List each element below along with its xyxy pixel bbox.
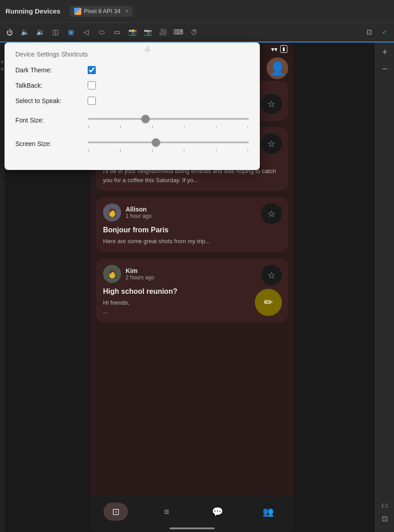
select-to-speak-checkbox[interactable] <box>88 97 96 105</box>
dark-theme-checkbox[interactable] <box>88 66 96 74</box>
tick <box>89 149 89 152</box>
font-size-slider[interactable] <box>88 118 249 120</box>
tick <box>216 149 216 152</box>
screenshot-icon[interactable]: 📸 <box>127 27 137 37</box>
sender-name-kim: Kim <box>126 267 281 274</box>
top-bar: Running Devices Pixel 8 API 34 × <box>0 0 394 23</box>
select-to-speak-row: Select to Speak: <box>15 97 249 105</box>
sender-name-allison: Allison <box>126 206 281 213</box>
zoom-ratio-label: 1:1 <box>381 503 388 508</box>
tick <box>248 149 248 152</box>
screen-record-icon[interactable]: ⊡ <box>364 27 374 37</box>
card-header-kim: 👩 Kim 2 hours ago ☆ <box>103 265 281 283</box>
screen-size-row: Screen Size: <box>15 136 249 152</box>
tick <box>184 126 184 128</box>
talkback-checkbox[interactable] <box>88 81 96 89</box>
user-avatar: 👤 <box>267 57 288 79</box>
tick <box>152 126 153 128</box>
body-allison: Here are some great shots from my trip..… <box>103 237 281 246</box>
home-icon[interactable]: ⬭ <box>97 27 107 37</box>
power-icon[interactable]: ⏻ <box>5 27 14 37</box>
left-strip <box>0 42 5 532</box>
send-time-kim: 2 hours ago <box>126 274 281 281</box>
recents-icon[interactable]: ▭ <box>112 27 122 37</box>
timer-icon[interactable]: ⏱ <box>189 27 199 37</box>
rotate-right-icon[interactable]: ▣ <box>66 27 76 37</box>
font-size-slider-container <box>88 112 249 128</box>
talkback-row: TalkBack: <box>15 81 249 89</box>
tick <box>89 126 89 128</box>
nav-messages[interactable]: ⊡ <box>103 503 128 521</box>
screen-size-slider-track <box>88 136 249 149</box>
toolbar: ⏻ 🔈 🔉 ◫ ▣ ◁ ⬭ ▭ 📸 📷 🎥 ⌨ ⏱ ⊡ ✓ <box>0 23 394 42</box>
tab-close-button[interactable]: × <box>125 8 129 14</box>
edit-fab-kim[interactable]: ✏ <box>255 289 282 316</box>
message-card-kim[interactable]: 👩 Kim 2 hours ago ☆ High school reunion?… <box>96 259 288 322</box>
talkback-label: TalkBack: <box>15 82 88 89</box>
tick <box>152 149 153 152</box>
back-icon[interactable]: ◁ <box>81 27 91 37</box>
tick <box>120 149 121 152</box>
select-to-speak-label: Select to Speak: <box>15 97 88 104</box>
subject-kim: High school reunion? <box>103 287 281 296</box>
volume-down-icon[interactable]: 🔈 <box>20 27 30 37</box>
camera-icon[interactable]: 📷 <box>143 27 153 37</box>
font-size-slider-track <box>88 112 249 126</box>
left-dot-1 <box>1 61 4 63</box>
send-time-allison: 1 hour ago <box>126 213 281 219</box>
minus-zoom-button[interactable]: − <box>382 64 388 74</box>
star-fab-partial[interactable]: ☆ <box>261 94 282 114</box>
screen-size-slider-container <box>88 136 249 152</box>
star-fab-ali[interactable]: ☆ <box>261 133 282 154</box>
card-meta-kim: Kim 2 hours ago <box>126 267 281 281</box>
tick <box>248 126 248 128</box>
home-indicator <box>169 527 215 529</box>
message-card-allison[interactable]: 👩 Allison 1 hour ago ☆ Bonjour from Pari… <box>96 197 288 252</box>
avatar-allison: 👩 <box>103 203 121 221</box>
right-sidebar: + − 1:1 ⊡ <box>375 42 394 532</box>
tab-label: Pixel 8 API 34 <box>84 8 121 14</box>
app-title: Running Devices <box>5 7 61 15</box>
settings-panel: Device Settings Shortcuts Dark Theme: Ta… <box>5 42 260 170</box>
subject-allison: Bonjour from Paris <box>103 226 281 234</box>
body-kim: Hi friends,... <box>103 298 281 316</box>
font-size-label: Font Size: <box>15 117 88 124</box>
star-fab-allison[interactable]: ☆ <box>261 203 282 224</box>
font-size-row: Font Size: <box>15 112 249 128</box>
dark-theme-label: Dark Theme: <box>15 66 88 74</box>
screen-size-label: Screen Size: <box>15 140 88 147</box>
tick <box>120 126 121 128</box>
device-tab[interactable]: Pixel 8 API 34 × <box>70 6 133 17</box>
dark-theme-row: Dark Theme: <box>15 66 249 74</box>
video-icon[interactable]: 🎥 <box>158 27 168 37</box>
phone-bottom-nav: ⊡ ≡ 💬 👥 <box>90 496 294 532</box>
rotate-left-icon[interactable]: ◫ <box>51 27 61 37</box>
volume-up-icon[interactable]: 🔉 <box>35 27 45 37</box>
keyboard-icon[interactable]: ⌨ <box>174 27 183 37</box>
star-fab-kim[interactable]: ☆ <box>261 265 282 286</box>
wifi-icon: ▾▾ <box>271 46 277 53</box>
nav-people[interactable]: 👥 <box>256 503 281 521</box>
check-icon[interactable]: ✓ <box>380 27 389 37</box>
screen-size-slider[interactable] <box>88 141 249 143</box>
tick <box>216 126 216 128</box>
fit-screen-icon[interactable]: ⊡ <box>382 514 388 523</box>
add-zoom-button[interactable]: + <box>382 47 388 57</box>
card-header-allison: 👩 Allison 1 hour ago ☆ <box>103 203 281 221</box>
tab-device-icon <box>74 8 81 15</box>
card-meta-allison: Allison 1 hour ago <box>126 206 281 219</box>
avatar-kim: 👩 <box>103 265 121 283</box>
nav-chat[interactable]: 💬 <box>205 503 230 521</box>
tick <box>184 149 184 152</box>
battery-icon: ▮ <box>280 45 287 53</box>
left-dot-2 <box>1 68 4 71</box>
settings-title: Device Settings Shortcuts <box>15 51 249 58</box>
nav-list[interactable]: ≡ <box>155 503 179 521</box>
